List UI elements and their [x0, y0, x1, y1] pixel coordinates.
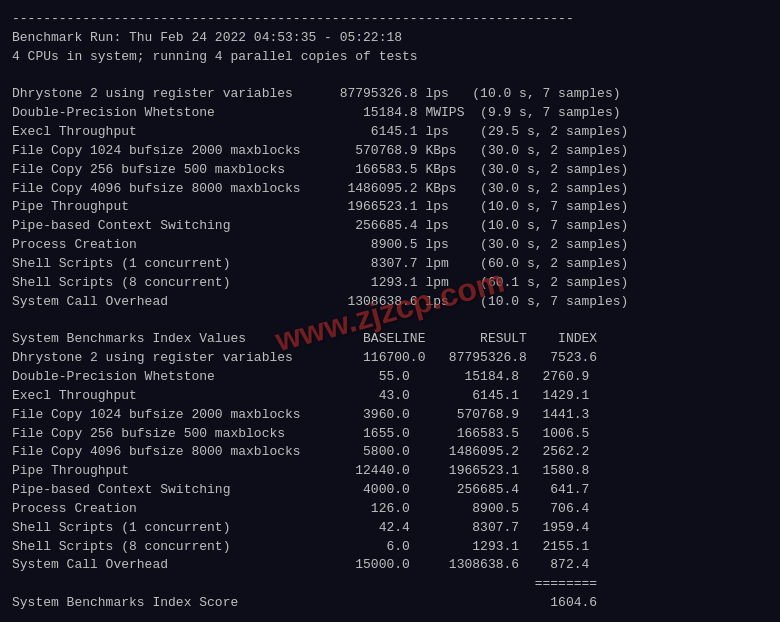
terminal: ----------------------------------------…: [0, 0, 780, 622]
terminal-content: ----------------------------------------…: [12, 10, 768, 622]
